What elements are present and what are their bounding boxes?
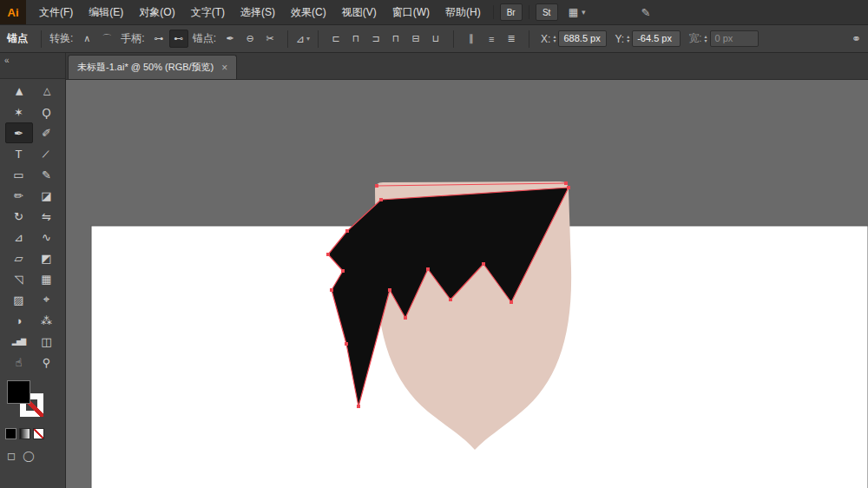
anchor-point[interactable] [341,269,345,273]
align-left-icon[interactable]: ⊏ [326,30,345,48]
direct-selection-tool[interactable]: ▷ [33,81,61,102]
bridge-button[interactable]: Br [500,3,523,21]
gradient-tool[interactable]: ▨ [5,289,33,310]
hide-handles-icon[interactable]: ⊷ [169,30,188,48]
draw-normal-icon[interactable]: ◻ [7,450,16,462]
illustrator-window: Ai 文件(F)编辑(E)对象(O)文字(T)选择(S)效果(C)视图(V)窗口… [0,0,868,488]
y-input[interactable]: -64.5 px [632,30,681,47]
hand-tool[interactable]: ☝ [5,352,33,373]
menu-item[interactable]: 编辑(E) [81,0,131,24]
graph-tool[interactable]: ▂▅▇ [5,331,33,352]
align-middle-icon[interactable]: ⊟ [406,30,425,48]
distribute-left-icon[interactable]: ∥ [462,30,481,48]
anchor-point[interactable] [426,267,430,271]
curvature-tool[interactable]: ✐ [33,122,61,143]
corner-options-menu[interactable]: ⊿ ▾ [296,33,310,45]
scale-tool[interactable]: ⊿ [5,227,33,247]
type-tool[interactable]: T [5,143,33,164]
draw-behind-icon[interactable]: ◯ [23,450,34,462]
canvas-pasteboard[interactable] [66,80,868,488]
perspective-grid-tool[interactable]: ◹ [5,268,33,289]
eyedropper-tool[interactable]: ⌖ [33,289,61,310]
lasso-tool[interactable]: Ϙ [33,102,61,122]
cut-path-icon[interactable]: ✂ [260,30,279,48]
zoom-tool[interactable]: ⚲ [33,352,61,373]
anchor-point[interactable] [564,181,568,185]
convert-corner-icon[interactable]: ∧ [77,30,96,48]
x-input[interactable]: 688.5 px [558,30,607,47]
width-tool[interactable]: ∿ [33,227,61,247]
rectangle-tool[interactable]: ▭ [5,164,33,185]
reflect-tool[interactable]: ⇋ [33,206,61,227]
menu-item[interactable]: 帮助(H) [437,0,489,24]
menu-item[interactable]: 窗口(W) [385,0,437,24]
mesh-tool[interactable]: ▦ [33,268,61,289]
pencil-tool[interactable]: ✏ [5,185,33,206]
workspace-switcher[interactable]: ▦ ▾ [569,6,586,18]
align-right-icon[interactable]: ⊐ [366,30,385,48]
brush-tool-icon[interactable]: ✎ [641,6,651,19]
align-top-icon[interactable]: ⊓ [386,30,405,48]
control-separator [529,30,529,48]
gradient-swatch[interactable] [19,428,30,439]
stepper-down-icon[interactable]: ▾ [627,39,629,43]
distribute-right-icon[interactable]: ≣ [502,30,521,48]
shape-builder-tool[interactable]: ◩ [33,247,61,268]
distribute-icon-group: ∥≡≣ [462,30,521,48]
anchor-point[interactable] [345,229,349,233]
anchor-point[interactable] [345,342,348,346]
close-icon[interactable]: × [221,63,227,73]
magic-wand-tool[interactable]: ✶ [5,102,33,122]
add-anchor-icon[interactable]: ✒ [220,30,240,48]
handles-label: 手柄: [121,31,144,46]
remove-anchor-icon[interactable]: ⊖ [240,30,260,48]
convert-smooth-icon[interactable]: ⌒ [97,30,116,48]
align-bottom-icon[interactable]: ⊔ [426,30,445,48]
document-tab[interactable]: 未标题-1.ai* @ 50% (RGB/预览) × [68,55,237,79]
paintbrush-tool[interactable]: ✎ [33,164,61,185]
anchor-point[interactable] [379,198,383,201]
menu-item[interactable]: 文字(T) [183,0,233,24]
anchor-point[interactable] [388,288,391,292]
anchor-point[interactable] [357,405,360,408]
anchor-point[interactable] [482,262,485,266]
menu-item[interactable]: 选择(S) [233,0,283,24]
show-handles-icon[interactable]: ⊶ [149,30,168,48]
blend-tool[interactable]: ◑ [5,310,33,331]
color-swatch[interactable] [5,428,16,439]
x-label: X: [541,33,550,45]
x-stepper[interactable]: ▴ ▾ [553,35,556,43]
align-center-icon[interactable]: ⊓ [346,30,365,48]
menu-item[interactable]: 对象(O) [131,0,182,24]
collapse-panel-icon[interactable]: « [4,56,10,65]
pen-tool[interactable]: ✒ [5,122,33,143]
menu-item[interactable]: 文件(F) [31,0,81,24]
artboard-tool[interactable]: ◫ [33,331,61,352]
anchor-point[interactable] [567,186,570,189]
stepper-down-icon[interactable]: ▾ [553,39,556,43]
eraser-tool[interactable]: ◪ [33,185,61,206]
y-stepper[interactable]: ▴ ▾ [627,35,629,43]
menu-item[interactable]: 视图(V) [334,0,385,24]
anchor-point[interactable] [330,288,333,292]
fill-color-indicator[interactable] [7,380,30,404]
selection-tool[interactable]: ▶ [5,81,33,102]
distribute-center-icon[interactable]: ≡ [482,30,501,48]
anchor-point[interactable] [375,184,378,188]
anchor-point[interactable] [404,316,407,320]
symbol-sprayer-tool[interactable]: ⁂ [33,310,61,331]
stock-button[interactable]: St [536,3,558,21]
menu-item[interactable]: 效果(C) [283,0,334,24]
line-segment-tool[interactable]: ∕ [33,143,61,164]
free-transform-tool[interactable]: ▱ [5,247,33,268]
link-dimensions-icon[interactable]: ⚭ [852,32,861,45]
align-icon-group: ⊏⊓⊐⊓⊟⊔ [326,30,445,48]
chevron-down-icon: ▾ [582,8,586,16]
none-swatch[interactable] [33,428,44,439]
lasso-tool-icon: Ϙ [42,106,50,119]
anchor-point[interactable] [510,300,513,304]
anchor-point[interactable] [326,253,330,256]
canvas-svg[interactable] [66,80,868,488]
anchor-point[interactable] [449,298,452,301]
rotate-tool[interactable]: ↻ [5,206,33,227]
